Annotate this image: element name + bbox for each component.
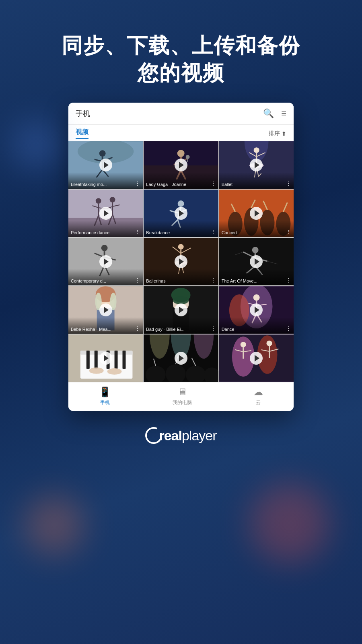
menu-icon[interactable]: ≡: [281, 108, 286, 119]
video-grid: Breathtaking mo... ⋮ Lady Gaga - Joanne …: [68, 141, 294, 382]
video-name-8: Ballerinas: [146, 279, 208, 283]
video-item-9[interactable]: The Art Of Move.... ⋮: [219, 238, 294, 285]
svg-point-74: [252, 247, 258, 253]
video-name-5: Breakdance: [146, 230, 208, 235]
video-more-btn-12[interactable]: ⋮: [284, 325, 291, 332]
svg-point-126: [240, 342, 246, 347]
video-name-3: Ballet: [222, 182, 284, 187]
play-button-1[interactable]: [99, 159, 112, 171]
video-more-btn-11[interactable]: ⋮: [209, 325, 216, 332]
video-more-btn-6[interactable]: ⋮: [284, 229, 291, 235]
play-button-9[interactable]: [250, 255, 263, 268]
video-more-btn-5[interactable]: ⋮: [209, 229, 216, 235]
play-button-14[interactable]: [175, 352, 187, 365]
logo-text: realplayer: [159, 428, 216, 444]
sort-label: 排序: [269, 130, 280, 137]
video-more-btn-3[interactable]: ⋮: [284, 180, 291, 187]
headline-line1: 同步、下载、上传和备份: [62, 34, 300, 57]
video-label-2: Lady Gaga - Joanne ⋮: [144, 172, 218, 189]
svg-point-111: [107, 368, 122, 375]
nav-item-phone[interactable]: 📱 手机: [99, 386, 111, 406]
play-button-12[interactable]: [250, 303, 263, 316]
video-item-2[interactable]: Lady Gaga - Joanne ⋮: [144, 141, 218, 189]
video-item-3[interactable]: Ballet ⋮: [219, 141, 294, 189]
video-item-15[interactable]: [219, 334, 294, 382]
svg-point-59: [101, 245, 108, 251]
bottom-nav: 📱 手机 🖥 我的电脑 ☁ 云: [68, 382, 294, 411]
video-label-5: Breakdance ⋮: [144, 221, 218, 237]
video-name-1: Breathtaking mo...: [71, 182, 133, 187]
nav-icon-cloud: ☁: [253, 386, 263, 398]
play-button-7[interactable]: [99, 255, 112, 268]
video-label-12: Dance ⋮: [219, 317, 294, 334]
video-more-btn-4[interactable]: ⋮: [133, 229, 140, 235]
video-label-7: Contemporary d... ⋮: [68, 269, 143, 285]
app-card: 手机 🔍 ≡ 视频 排序 ⬆ Breathtaking mo... ⋮: [68, 103, 294, 411]
video-item-5[interactable]: Breakdance ⋮: [144, 190, 218, 237]
video-name-10: Bebe Rexha - Mea...: [71, 327, 133, 332]
play-button-2[interactable]: [175, 159, 187, 171]
svg-rect-109: [123, 351, 126, 369]
play-button-15[interactable]: [250, 352, 263, 365]
video-more-btn-1[interactable]: ⋮: [133, 180, 140, 187]
nav-label-cloud: 云: [256, 399, 261, 406]
video-name-7: Contemporary d...: [71, 279, 133, 283]
realplayer-logo: realplayer: [0, 427, 362, 444]
svg-point-30: [96, 198, 101, 204]
video-label-3: Ballet ⋮: [219, 172, 294, 189]
video-more-btn-7[interactable]: ⋮: [133, 277, 140, 283]
svg-point-110: [89, 367, 104, 374]
svg-point-14: [186, 155, 190, 159]
nav-icon-pc: 🖥: [177, 386, 187, 398]
video-item-8[interactable]: Ballerinas ⋮: [144, 238, 218, 285]
video-item-1[interactable]: Breathtaking mo... ⋮: [68, 141, 143, 189]
play-button-13[interactable]: [99, 352, 112, 365]
video-more-btn-8[interactable]: ⋮: [209, 277, 216, 283]
video-item-10[interactable]: Bebe Rexha - Mea... ⋮: [68, 286, 143, 334]
video-item-7[interactable]: Contemporary d... ⋮: [68, 238, 143, 285]
video-label-8: Ballerinas ⋮: [144, 269, 218, 285]
video-more-btn-10[interactable]: ⋮: [133, 325, 140, 332]
video-label-9: The Art Of Move.... ⋮: [219, 269, 294, 285]
video-name-9: The Art Of Move....: [222, 279, 284, 283]
svg-point-2: [99, 150, 106, 157]
play-button-4[interactable]: [99, 207, 112, 220]
play-button-8[interactable]: [175, 255, 187, 268]
video-item-6[interactable]: Concert ⋮: [219, 190, 294, 237]
sort-button[interactable]: 排序 ⬆: [269, 130, 286, 137]
video-label-10: Bebe Rexha - Mea... ⋮: [68, 317, 143, 334]
play-button-5[interactable]: [175, 207, 187, 220]
headline-line2: 您的视频: [138, 61, 224, 85]
nav-label-phone: 手机: [100, 399, 110, 406]
svg-rect-106: [95, 351, 98, 369]
video-label-1: Breathtaking mo... ⋮: [68, 172, 143, 189]
play-button-11[interactable]: [175, 303, 187, 316]
video-name-12: Dance: [222, 327, 284, 332]
video-item-14[interactable]: [144, 334, 218, 382]
nav-icon-phone: 📱: [99, 386, 111, 398]
headline-section: 同步、下载、上传和备份 您的视频: [0, 0, 362, 87]
video-item-11[interactable]: Bad guy - Billie Ei... ⋮: [144, 286, 218, 334]
play-button-3[interactable]: [250, 159, 263, 171]
svg-point-10: [177, 150, 185, 157]
video-more-btn-9[interactable]: ⋮: [284, 277, 291, 283]
tab-videos[interactable]: 视频: [76, 128, 88, 139]
app-tabs: 视频 排序 ⬆: [68, 125, 294, 141]
video-item-4[interactable]: Performance dance ⋮: [68, 190, 143, 237]
play-button-6[interactable]: [250, 207, 263, 220]
video-more-btn-2[interactable]: ⋮: [209, 180, 216, 187]
video-label-11: Bad guy - Billie Ei... ⋮: [144, 317, 218, 334]
search-icon[interactable]: 🔍: [263, 108, 274, 119]
video-name-2: Lady Gaga - Joanne: [146, 182, 208, 187]
nav-item-cloud[interactable]: ☁ 云: [253, 386, 263, 406]
app-header: 手机 🔍 ≡: [68, 103, 294, 125]
play-button-10[interactable]: [99, 303, 112, 316]
app-title: 手机: [76, 109, 90, 118]
svg-point-20: [253, 147, 259, 153]
video-item-13[interactable]: [68, 334, 143, 382]
video-name-6: Concert: [222, 230, 284, 235]
nav-item-pc[interactable]: 🖥 我的电脑: [173, 386, 192, 406]
svg-rect-108: [115, 351, 118, 369]
bg-decoration-3: [12, 121, 60, 169]
video-item-12[interactable]: Dance ⋮: [219, 286, 294, 334]
